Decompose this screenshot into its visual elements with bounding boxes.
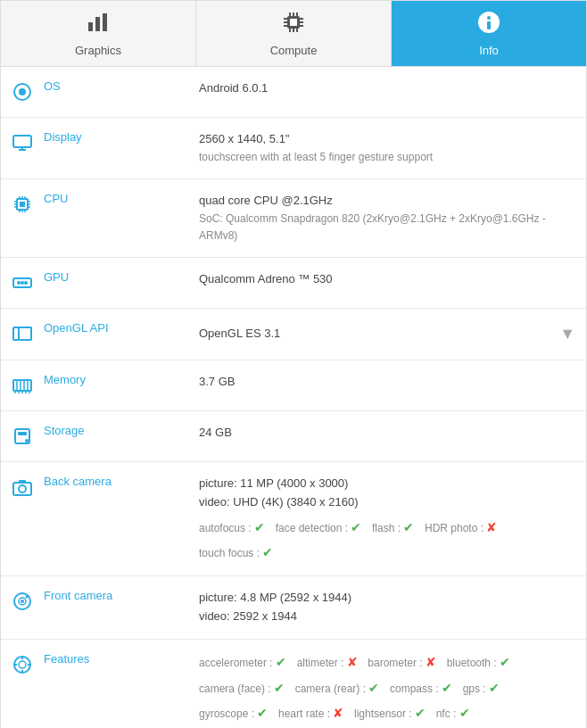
row-backcamera-value: picture: 11 MP (4000 x 3000) video: UHD … [188,462,586,575]
row-display-left: Display [1,118,188,168]
tab-info-label: Info [479,44,499,57]
row-gpu-value: Qualcomm Adreno ™ 530 [188,258,586,302]
opengl-icon [10,321,35,346]
row-memory-value: 3.7 GB [188,360,586,404]
row-os-value: Android 6.0.1 [188,67,586,111]
cpu-sub: SoC: Qualcomm Snapdragon 820 (2xKryo@2.1… [199,211,575,244]
row-display-value: 2560 x 1440, 5.1" touchscreen with at le… [188,118,586,178]
svg-point-58 [25,439,29,443]
display-value: 2560 x 1440, 5.1" [199,130,575,149]
row-cpu-value: quad core CPU @2.1GHz SoC: Qualcomm Snap… [188,179,586,257]
svg-rect-19 [487,21,491,29]
row-features: Features accelerometer : ✔ altimeter : ✘… [1,640,586,728]
row-opengl: OpenGL API OpenGL ES 3.1 ▼ [1,309,586,360]
backcamera-label: Back camera [44,475,112,488]
memory-icon [10,373,35,398]
svg-point-41 [21,281,24,285]
camera-icon [10,475,35,500]
memory-value: 3.7 GB [199,375,235,388]
row-display: Display 2560 x 1440, 5.1" touchscreen wi… [1,118,586,179]
cpu-label: CPU [44,192,68,205]
row-os-left: OS [1,67,188,117]
row-features-left: Features [1,640,188,690]
row-gpu: GPU Qualcomm Adreno ™ 530 [1,258,586,309]
storage-label: Storage [44,424,85,437]
row-gpu-left: GPU [1,258,188,308]
svg-rect-46 [13,380,31,391]
svg-point-21 [19,88,26,95]
backcamera-features-line2: touch focus : ✔ [199,542,575,563]
os-icon [10,79,35,104]
os-label: OS [44,79,61,93]
tab-info[interactable]: Info [392,1,586,66]
chevron-down-icon[interactable]: ▼ [559,321,575,347]
row-cpu-left: CPU [1,179,188,229]
storage-value: 24 GB [199,426,232,439]
bar-chart-icon [86,10,111,40]
cpu-value: quad core CPU @2.1GHz [199,192,575,211]
gpu-value: Qualcomm Adreno ™ 530 [199,272,333,285]
frontcamera-icon [10,589,35,614]
display-label: Display [44,130,82,144]
backcamera-picture: picture: 11 MP (4000 x 3000) [199,475,575,493]
svg-rect-4 [290,19,297,26]
svg-point-65 [26,596,29,599]
frontcamera-picture: picture: 4.8 MP (2592 x 1944) [199,589,575,608]
gpu-icon [10,270,35,295]
svg-point-64 [21,600,24,603]
tab-graphics-label: Graphics [75,44,121,57]
row-os: OS Android 6.0.1 [1,67,586,118]
row-opengl-left: OpenGL API [1,309,188,359]
features-icon [10,652,35,677]
svg-point-67 [19,661,26,668]
gpu-label: GPU [44,270,69,284]
row-frontcamera-left: Front camera [1,576,188,626]
frontcamera-video: video: 2592 x 1944 [199,608,575,626]
features-label: Features [44,652,89,666]
row-cpu: CPU quad core CPU @2.1GHz SoC: Qualcomm … [1,179,586,258]
info-table: OS Android 6.0.1 Display 2560 x 1440, 5 [1,67,586,728]
row-memory-left: Memory [1,360,188,410]
os-value: Android 6.0.1 [199,81,268,95]
svg-rect-0 [88,22,93,31]
row-features-value: accelerometer : ✔ altimeter : ✘ baromete… [188,640,586,728]
info-icon [476,10,501,40]
memory-label: Memory [44,373,86,386]
chip-icon [281,10,306,40]
row-backcamera-left: Back camera [1,462,188,512]
tab-graphics[interactable]: Graphics [1,1,196,66]
cpu-icon [10,192,35,217]
opengl-value: OpenGL ES 3.1 [199,325,280,343]
svg-rect-57 [18,432,27,435]
tab-bar: Graphics [1,1,586,67]
svg-point-60 [19,485,26,492]
display-icon [10,130,35,155]
svg-rect-22 [13,136,31,147]
svg-point-18 [487,16,491,20]
row-backcamera: Back camera picture: 11 MP (4000 x 3000)… [1,462,586,576]
row-opengl-value: OpenGL ES 3.1 ▼ [188,309,586,360]
row-memory: Memory 3.7 GB [1,360,586,411]
row-frontcamera-value: picture: 4.8 MP (2592 x 1944) video: 259… [188,576,586,639]
backcamera-video: video: UHD (4K) (3840 x 2160) [199,493,575,512]
row-storage: Storage 24 GB [1,411,586,462]
row-frontcamera: Front camera picture: 4.8 MP (2592 x 194… [1,576,586,640]
storage-icon [10,424,35,449]
svg-rect-26 [20,202,25,207]
svg-point-42 [24,281,28,285]
svg-point-40 [17,281,21,285]
row-storage-value: 24 GB [188,411,586,455]
svg-rect-2 [103,13,107,31]
frontcamera-label: Front camera [44,589,112,602]
features-line-1: accelerometer : ✔ altimeter : ✘ baromete… [199,652,575,673]
features-line-2: camera (face) : ✔ camera (rear) : ✔ comp… [199,678,575,699]
svg-rect-1 [95,17,100,31]
display-sub: touchscreen with at least 5 finger gestu… [199,149,575,166]
svg-rect-61 [19,480,26,484]
features-line-3: gyroscope : ✔ heart rate : ✘ lightsensor… [199,703,575,724]
tab-compute-label: Compute [270,44,318,57]
svg-rect-44 [19,327,31,340]
app-container: Graphics [0,0,587,728]
row-storage-left: Storage [1,411,188,461]
tab-compute[interactable]: Compute [196,1,392,66]
